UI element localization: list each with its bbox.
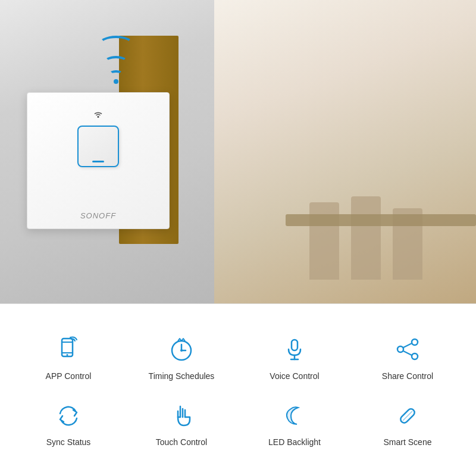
svg-line-15 (403, 343, 412, 347)
switch-button[interactable] (77, 126, 119, 167)
panel-wifi-icon (93, 109, 104, 120)
voice-control-label: Voice Control (270, 371, 319, 381)
svg-rect-9 (292, 340, 298, 350)
svg-rect-1 (62, 339, 73, 356)
timing-schedules-label: Timing Schedules (149, 371, 215, 381)
svg-point-0 (98, 116, 99, 118)
touch-control-icon (165, 399, 198, 432)
touch-control-label: Touch Control (156, 437, 207, 447)
sync-status-label: Sync Status (46, 437, 91, 447)
features-grid: APP Control Timing Schedules (12, 324, 464, 456)
feature-smart-scene: Smart Scene (351, 390, 464, 456)
feature-touch-control: Touch Control (125, 390, 238, 456)
led-backlight-label: LED Backlight (268, 437, 321, 447)
feature-sync-status: Sync Status (12, 390, 125, 456)
wifi-arc-medium (104, 56, 128, 68)
svg-point-8 (180, 349, 183, 352)
app-control-icon (52, 333, 85, 366)
brand-logo: SONOFF (80, 211, 116, 220)
furniture-area (286, 161, 464, 280)
svg-line-18 (403, 411, 412, 421)
hero-section: SONOFF (0, 0, 476, 303)
share-control-label: Share Control (382, 371, 433, 381)
svg-line-16 (403, 351, 412, 355)
svg-point-4 (67, 354, 68, 356)
svg-point-14 (412, 353, 418, 359)
feature-app-control: APP Control (12, 324, 125, 390)
sync-status-icon (52, 399, 85, 432)
smart-scene-label: Smart Scene (384, 437, 432, 447)
voice-control-icon (278, 333, 311, 366)
svg-point-12 (412, 339, 418, 345)
wifi-dot (114, 79, 118, 84)
feature-voice-control: Voice Control (238, 324, 351, 390)
features-section: APP Control Timing Schedules (0, 304, 476, 476)
svg-point-13 (397, 346, 403, 352)
timing-schedules-icon (165, 333, 198, 366)
switch-panel: SONOFF (27, 92, 170, 229)
feature-share-control: Share Control (351, 324, 464, 390)
wifi-arc-small (109, 70, 123, 77)
feature-led-backlight: LED Backlight (238, 390, 351, 456)
smart-scene-icon (392, 399, 424, 432)
feature-timing-schedules: Timing Schedules (125, 324, 238, 390)
share-control-icon (392, 333, 424, 366)
wifi-arc-large (98, 36, 134, 54)
wifi-signal (98, 36, 134, 84)
led-backlight-icon (278, 399, 311, 432)
app-control-label: APP Control (46, 371, 92, 381)
